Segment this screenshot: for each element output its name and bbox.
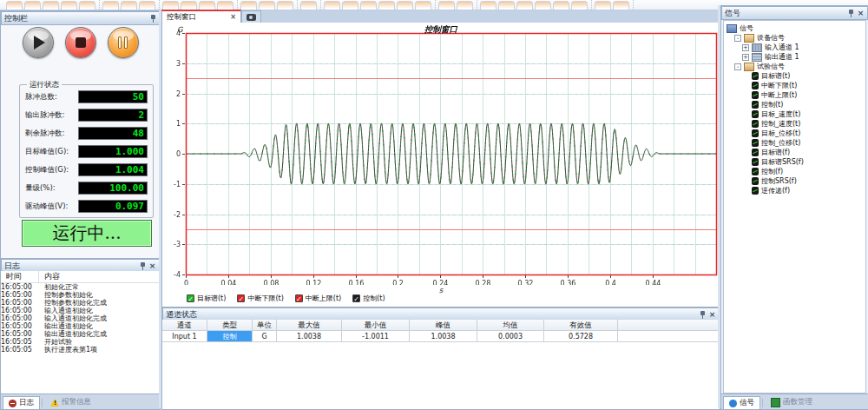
log-row[interactable]: 16:05:05执行进度表第1项 (1, 346, 160, 354)
toolbar-button[interactable] (6, 1, 23, 10)
pin-icon[interactable] (150, 15, 156, 23)
tree-item[interactable]: -试验信号 (727, 62, 865, 71)
log-table-header: 时间 内容 (1, 271, 160, 283)
toolbar-button[interactable] (360, 1, 377, 10)
toolbar-button[interactable] (571, 1, 588, 10)
tree-item[interactable]: -设备信号 (727, 33, 865, 43)
control-chart-plot[interactable] (162, 23, 720, 285)
tree-expander[interactable]: - (734, 63, 741, 70)
log-row[interactable]: 16:05:00控制参数初始化完成 (1, 299, 160, 307)
tree-item[interactable]: 中断上限(t) (727, 90, 865, 100)
tree-item[interactable]: 控制_速度(t) (727, 119, 865, 129)
toolbar-button[interactable] (595, 1, 611, 10)
toolbar-button[interactable] (415, 1, 431, 10)
log-row[interactable]: 16:05:00输出通道初始化完成 (1, 330, 160, 338)
tree-item[interactable]: 逆传递(f) (727, 186, 865, 195)
tree-item[interactable]: 中断下限(t) (727, 81, 865, 90)
play-button[interactable] (23, 27, 54, 58)
tree-item[interactable]: 控制SRS(f) (727, 176, 865, 186)
legend-checkbox[interactable]: ✓ (187, 294, 194, 302)
toolbar-button[interactable] (277, 1, 293, 10)
document-tab-1[interactable]: 控制窗口× (161, 10, 241, 23)
tree-item[interactable]: +输入通道 1 (727, 43, 865, 52)
toolbar-button[interactable] (553, 1, 569, 10)
tree-item[interactable]: 控制(f) (727, 167, 865, 176)
legend-checkbox[interactable]: ✓ (237, 294, 245, 302)
close-icon[interactable]: × (148, 262, 156, 270)
toolbar-button[interactable] (324, 1, 340, 10)
tree-item[interactable]: 目标谱(t) (727, 71, 865, 81)
log-row[interactable]: 16:05:00输出通道初始化 (1, 322, 160, 330)
toolbar-button[interactable] (79, 1, 95, 10)
log-tab-1[interactable]: 日志 (3, 396, 40, 409)
toolbar-button[interactable] (43, 1, 59, 10)
legend-item-3[interactable]: ✓中断上限(t) (295, 294, 341, 303)
log-row[interactable]: 16:05:00初始化正常 (1, 283, 160, 291)
tree-expander[interactable]: + (742, 44, 749, 51)
legend-checkbox[interactable]: ✓ (295, 294, 303, 302)
signal-tab-1[interactable]: 信号 (723, 396, 760, 409)
toolbar-button[interactable] (102, 1, 119, 10)
close-icon[interactable]: × (708, 311, 716, 319)
pin-icon[interactable] (700, 311, 706, 319)
toolbar-button[interactable] (397, 1, 413, 10)
toolbar-button[interactable] (516, 1, 533, 10)
log-tab-2[interactable]: 报警信息 (44, 395, 97, 409)
tree-expander[interactable]: + (742, 54, 749, 61)
stop-button[interactable] (65, 27, 96, 58)
status-field-value: 100.00 (78, 182, 148, 195)
log-message: 输入通道初始化完成 (39, 314, 107, 322)
toolbar-button[interactable] (498, 1, 515, 10)
tree-expander[interactable]: - (734, 35, 741, 42)
tree-item[interactable]: 信号 (727, 23, 865, 33)
log-row[interactable]: 16:05:05开始试验 (1, 338, 160, 346)
legend-label: 控制(t) (363, 294, 385, 303)
toolbar-button[interactable] (457, 1, 473, 10)
pin-icon[interactable] (848, 10, 854, 17)
legend-item-2[interactable]: ✓中断下限(t) (237, 294, 283, 303)
tree-item[interactable]: 控制_位移(t) (727, 138, 865, 148)
close-icon[interactable]: × (230, 13, 236, 21)
pause-button[interactable] (108, 27, 139, 58)
close-icon[interactable]: × (857, 10, 865, 17)
tab-separator (762, 399, 763, 407)
legend-item-4[interactable]: ✓控制(t) (352, 294, 385, 303)
legend-item-1[interactable]: ✓目标谱(t) (187, 294, 226, 303)
toolbar-button[interactable] (259, 1, 275, 10)
toolbar-button[interactable] (300, 1, 317, 10)
tree-item[interactable]: 控制(t) (727, 100, 865, 109)
toolbar-button[interactable] (121, 1, 137, 10)
document-tab-2[interactable] (241, 10, 261, 23)
folder-icon (744, 63, 754, 71)
toolbar-button[interactable] (613, 1, 629, 10)
toolbar-button[interactable] (378, 1, 395, 10)
log-row[interactable]: 16:05:00输入通道初始化 (1, 307, 160, 314)
toolbar-button[interactable] (438, 1, 455, 10)
log-row[interactable]: 16:05:00控制参数初始化 (1, 291, 160, 299)
tab-label: 信号 (740, 398, 754, 408)
toolbar-button[interactable] (342, 1, 358, 10)
tree-item[interactable]: 目标_速度(t) (727, 109, 865, 119)
toolbar-button[interactable] (24, 1, 41, 10)
running-status-button[interactable]: 运行中... (22, 220, 152, 247)
pin-icon[interactable] (140, 262, 146, 270)
toolbar-button[interactable] (139, 1, 155, 10)
tree-item-label: 设备信号 (757, 33, 785, 43)
toolbar-button[interactable] (535, 1, 551, 10)
status-field-row: 剩余脉冲数:48 (25, 127, 148, 140)
log-row[interactable]: 16:05:00输入通道初始化完成 (1, 314, 160, 322)
tree-item[interactable]: 目标_位移(t) (727, 129, 865, 138)
toolbar-button[interactable] (61, 1, 77, 10)
tree-item[interactable]: 目标谱SRS(f) (727, 157, 865, 167)
channel-col-5: 最小值 (342, 320, 410, 331)
toolbar-button[interactable] (480, 1, 496, 10)
legend-checkbox[interactable]: ✓ (352, 294, 360, 302)
signal-tab-2[interactable]: 函数管理 (765, 395, 819, 409)
tree-item[interactable]: 目标谱(f) (727, 148, 865, 157)
channel-cell-4: 1.0038 (277, 331, 342, 342)
tree-item[interactable]: +输出通道 1 (727, 52, 865, 62)
channel-row[interactable]: Input 1控制G1.0038-1.00111.00380.00030.572… (162, 331, 720, 342)
toolbar-button[interactable] (240, 1, 257, 10)
tab-separator (42, 399, 43, 407)
status-field-row: 量级(%):100.00 (25, 182, 148, 195)
